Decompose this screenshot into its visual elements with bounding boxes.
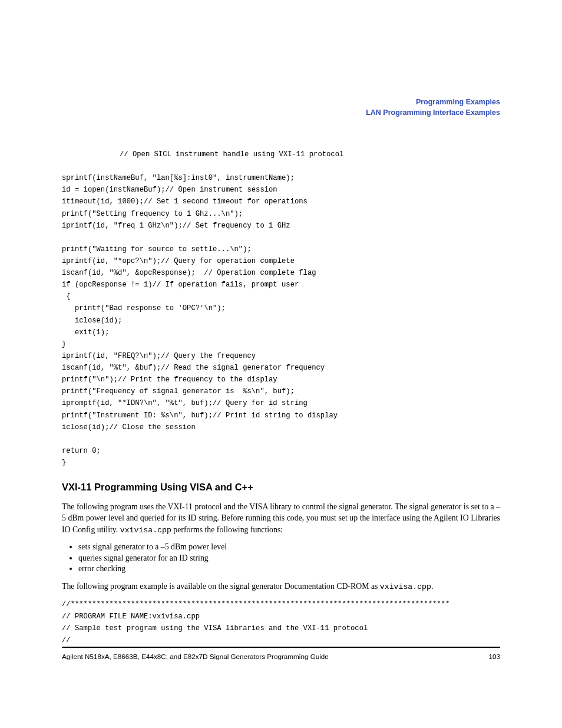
page-footer: Agilent N518xA, E8663B, E44x8C, and E82x… (62, 647, 500, 660)
code-line: if (opcResponse != 1)// If operation fai… (62, 279, 500, 291)
paragraph-1: The following program uses the VXI-11 pr… (62, 501, 500, 536)
para2-mono: vxivisa.cpp (380, 582, 431, 591)
header-line-1: Programming Examples (62, 97, 500, 108)
code-line: printf("Setting frequency to 1 Ghz...\n"… (62, 208, 500, 220)
code-line: iprintf(id, "freq 1 GHz\n");// Set frequ… (62, 220, 500, 232)
code-line: ipromptf(id, "*IDN?\n", "%t", buf);// Qu… (62, 397, 500, 409)
bullet-list: sets signal generator to a –5 dBm power … (78, 542, 500, 575)
code-line: printf("Bad response to 'OPC?'\n"); (62, 302, 500, 314)
code-line: sprintf(instNameBuf, "lan[%s]:inst0", in… (62, 172, 500, 184)
section-heading: VXI-11 Programming Using VISA and C++ (62, 482, 500, 493)
running-header: Programming Examples LAN Programming Int… (62, 97, 500, 118)
code-line: { (62, 291, 500, 302)
code-line: iclose(id);// Close the session (62, 421, 500, 433)
para2-pre: The following program example is availab… (62, 582, 380, 591)
code2-line: // (62, 634, 500, 646)
footer-page-number: 103 (488, 653, 500, 660)
paragraph-2: The following program example is availab… (62, 581, 500, 592)
bullet-item: error checking (78, 564, 500, 575)
code-line: printf("Frequency of signal generator is… (62, 386, 500, 397)
code-line: iscanf(id, "%t", &buf);// Read the signa… (62, 362, 500, 374)
code-line: iprintf(id, "*opc?\n");// Query for oper… (62, 255, 500, 267)
code-line: } (62, 457, 500, 469)
code-line: printf("Instrument ID: %s\n", buf);// Pr… (62, 410, 500, 421)
code-line: id = iopen(instNameBuf);// Open instrume… (62, 184, 500, 196)
code-line: return 0; (62, 445, 500, 457)
code-line: iprintf(id, "FREQ?\n");// Query the freq… (62, 350, 500, 362)
footer-left: Agilent N518xA, E8663B, E44x8C, and E82x… (62, 653, 329, 660)
bullet-item: queries signal generator for an ID strin… (78, 553, 500, 564)
code2-line: //**************************************… (62, 598, 500, 610)
code-line: itimeout(id, 1000);// Set 1 second timeo… (62, 196, 500, 207)
code-line: iclose(id); (62, 315, 500, 327)
para1-mono: vxivisa.cpp (120, 526, 171, 535)
code-line: exit(1); (62, 327, 500, 338)
code-blank (62, 232, 500, 243)
header-line-2: LAN Programming Interface Examples (62, 108, 500, 118)
code-line: iscanf(id, "%d", &opcResponse); // Opera… (62, 267, 500, 279)
code2-line: // PROGRAM FILE NAME:vxivisa.cpp (62, 611, 500, 622)
bullet-item: sets signal generator to a –5 dBm power … (78, 542, 500, 553)
code-comment-open: // Open SICL instrument handle using VXI… (62, 149, 500, 160)
code-blank (62, 433, 500, 445)
code-blank (62, 160, 500, 172)
page-content: Programming Examples LAN Programming Int… (0, 0, 562, 646)
code-line: printf("Waiting for source to settle...\… (62, 243, 500, 255)
code-line: printf("\n");// Print the frequency to t… (62, 374, 500, 386)
para2-post: . (431, 582, 433, 591)
code-line: } (62, 338, 500, 350)
code2-line: // Sample test program using the VISA li… (62, 622, 500, 634)
para1-post: performs the following functions: (171, 525, 283, 534)
